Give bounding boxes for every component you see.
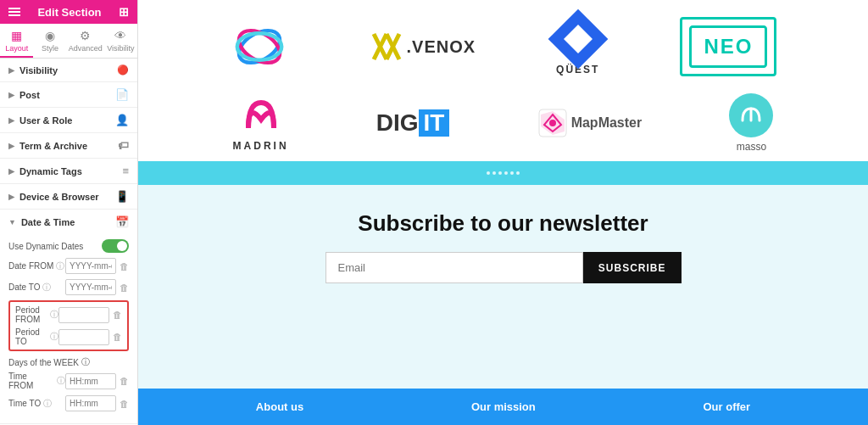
tags-icon: ≡ — [122, 165, 129, 177]
time-from-input[interactable] — [65, 373, 116, 389]
section-post: ▶ Post 📄 — [0, 82, 137, 108]
panel-title: Edit Section — [37, 6, 101, 19]
logo-digit: DIG IT — [376, 93, 450, 153]
tab-style-label: Style — [42, 44, 58, 53]
period-to-row: Period TO ⓘ 06/30 🗑 — [15, 327, 122, 346]
section-post-header[interactable]: ▶ Post 📄 — [0, 82, 137, 107]
left-panel: Edit Section ⊞ ▦ Layout ◉ Style ⚙ Advanc… — [0, 0, 138, 425]
tab-advanced[interactable]: ⚙ Advanced — [67, 24, 104, 58]
tab-style[interactable]: ◉ Style — [33, 24, 66, 58]
tab-visibility-label: Visibility — [107, 44, 134, 53]
tab-layout[interactable]: ▦ Layout — [0, 24, 33, 58]
toggle-row-dynamic-dates: Use Dynamic Dates — [8, 239, 129, 253]
footer-link-offer[interactable]: Our offer — [703, 400, 750, 413]
arrow-down-icon: ▼ — [8, 218, 16, 226]
dynamic-dates-toggle[interactable] — [102, 239, 129, 253]
device-icon: 📱 — [115, 190, 129, 203]
panel-tabs: ▦ Layout ◉ Style ⚙ Advanced 👁 Visibility — [0, 24, 137, 59]
time-to-clear-icon[interactable]: 🗑 — [120, 399, 129, 409]
svg-point-2 — [236, 33, 281, 60]
newsletter-section: Subscribe to our newsletter SUBSCRIBE — [138, 185, 868, 389]
time-to-label: Time TO ⓘ — [8, 398, 65, 410]
period-to-input[interactable]: 06/30 — [58, 329, 109, 345]
info-icon: ⓘ — [50, 309, 58, 321]
neo-text: NEO — [704, 35, 753, 58]
time-from-clear-icon[interactable]: 🗑 — [120, 376, 129, 386]
date-from-clear-icon[interactable]: 🗑 — [120, 261, 129, 271]
period-from-input[interactable]: 06/01 — [58, 307, 109, 323]
logos-row-1: .VENOX QÜEST NEO — [189, 17, 817, 76]
date-to-label: Date TO ⓘ — [8, 282, 65, 294]
main-content: .VENOX QÜEST NEO — [138, 0, 868, 425]
info-icon: ⓘ — [56, 260, 64, 272]
section-term-archive-header[interactable]: ▶ Term & Archive 🏷 — [0, 133, 137, 158]
period-from-clear-icon[interactable]: 🗑 — [113, 310, 122, 320]
section-date-time-label: Date & Time — [21, 217, 75, 227]
section-date-time: ▼ Date & Time 📅 Use Dynamic Dates Date F… — [0, 210, 137, 424]
period-from-row: Period FROM ⓘ 06/01 🗑 — [15, 305, 122, 324]
visibility-badge-icon: 🔴 — [117, 64, 129, 75]
email-input[interactable] — [326, 252, 583, 283]
date-time-content: Use Dynamic Dates Date FROM ⓘ 🗑 Date TO — [0, 234, 137, 423]
logo-quest: QÜEST — [556, 17, 599, 76]
section-date-time-header[interactable]: ▼ Date & Time 📅 — [0, 210, 137, 234]
period-to-label: Period TO ⓘ — [15, 327, 58, 346]
madrin-text: MADRIN — [233, 140, 289, 152]
footer-link-mission[interactable]: Our mission — [471, 400, 536, 413]
footer-section: About us Our mission Our offer — [138, 389, 868, 425]
arrow-icon: ▶ — [8, 66, 14, 75]
section-user-role-header[interactable]: ▶ User & Role 👤 — [0, 108, 137, 132]
layout-icon: ▦ — [11, 29, 22, 42]
date-from-input[interactable] — [65, 258, 116, 274]
section-term-archive: ▶ Term & Archive 🏷 — [0, 133, 137, 159]
section-term-archive-label: Term & Archive — [19, 141, 87, 151]
date-from-label: Date FROM ⓘ — [8, 260, 65, 272]
archive-icon: 🏷 — [118, 139, 129, 152]
it-text: IT — [419, 109, 450, 137]
section-user-role: ▶ User & Role 👤 — [0, 108, 137, 133]
calendar-icon: 📅 — [115, 215, 129, 228]
section-dynamic-tags-header[interactable]: ▶ Dynamic Tags ≡ — [0, 159, 137, 183]
date-from-row: Date FROM ⓘ 🗑 — [8, 258, 129, 274]
hamburger-icon[interactable] — [8, 8, 20, 16]
footer-link-about[interactable]: About us — [256, 400, 303, 413]
tab-layout-label: Layout — [5, 44, 28, 53]
arrow-icon: ▶ — [8, 91, 14, 99]
date-to-clear-icon[interactable]: 🗑 — [120, 282, 129, 293]
logos-row-2: MADRIN DIG IT MapMaster — [189, 93, 817, 153]
arrow-icon: ▶ — [8, 142, 14, 150]
mapmaster-text: MapMaster — [571, 115, 643, 131]
logo-masso: masso — [729, 93, 773, 153]
tab-visibility[interactable]: 👁 Visibility — [104, 24, 137, 58]
period-to-clear-icon[interactable]: 🗑 — [113, 332, 122, 342]
info-icon: ⓘ — [42, 282, 51, 294]
info-icon: ⓘ — [81, 356, 90, 368]
subscribe-button[interactable]: SUBSCRIBE — [583, 252, 682, 283]
masso-text: masso — [737, 141, 766, 153]
logo-venox: .VENOX — [370, 17, 476, 76]
arrow-icon: ▶ — [8, 193, 14, 201]
section-separator-bar[interactable] — [138, 161, 868, 185]
logo-mapmaster: MapMaster — [537, 93, 643, 153]
post-icon: 📄 — [115, 88, 129, 101]
date-to-input[interactable] — [65, 279, 116, 295]
time-from-row: Time FROM ⓘ 🗑 — [8, 372, 129, 390]
period-from-label: Period FROM ⓘ — [15, 305, 58, 324]
section-user-role-label: User & Role — [19, 115, 72, 126]
section-post-label: Post — [19, 90, 40, 100]
newsletter-form: SUBSCRIBE — [326, 252, 682, 283]
section-visibility-header[interactable]: ▶ Visibility 🔴 — [0, 59, 137, 81]
section-visibility: ▶ Visibility 🔴 — [0, 59, 137, 82]
use-dynamic-dates-label: Use Dynamic Dates — [8, 242, 102, 251]
logo-orbit — [230, 17, 289, 76]
svg-point-9 — [549, 120, 556, 126]
grid-icon[interactable]: ⊞ — [119, 5, 129, 19]
date-to-row: Date TO ⓘ 🗑 — [8, 279, 129, 295]
section-device-browser-header[interactable]: ▶ Device & Browser 📱 — [0, 184, 137, 209]
arrow-icon: ▶ — [8, 167, 14, 176]
arrow-icon: ▶ — [8, 116, 14, 125]
visibility-icon: 👁 — [114, 29, 126, 42]
time-to-input[interactable] — [65, 395, 116, 411]
section-dynamic-tags-label: Dynamic Tags — [19, 166, 82, 176]
section-bar-dots — [487, 171, 520, 175]
